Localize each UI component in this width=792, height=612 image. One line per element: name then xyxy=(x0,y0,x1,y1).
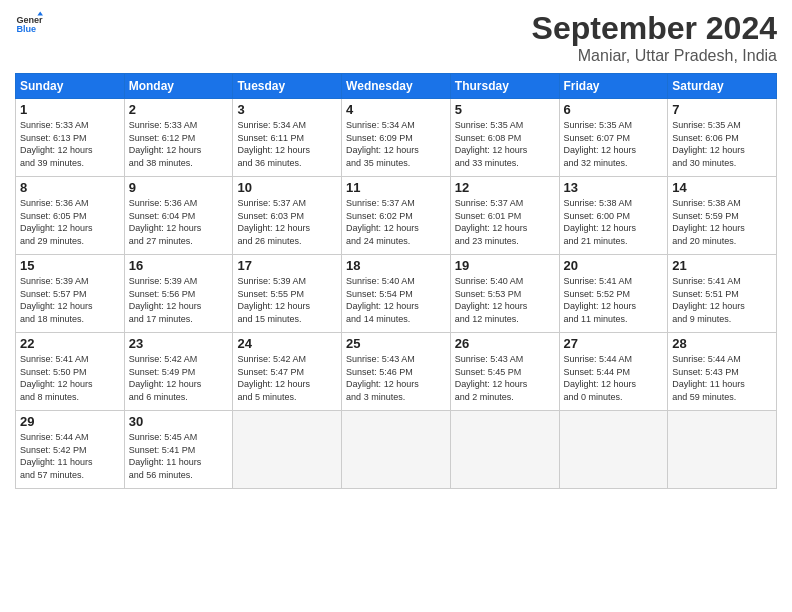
day-number: 27 xyxy=(564,336,664,351)
calendar-row: 15Sunrise: 5:39 AM Sunset: 5:57 PM Dayli… xyxy=(16,255,777,333)
table-row: 8Sunrise: 5:36 AM Sunset: 6:05 PM Daylig… xyxy=(16,177,125,255)
cell-info: Sunrise: 5:41 AM Sunset: 5:50 PM Dayligh… xyxy=(20,353,120,403)
table-row: 6Sunrise: 5:35 AM Sunset: 6:07 PM Daylig… xyxy=(559,99,668,177)
cell-info: Sunrise: 5:42 AM Sunset: 5:47 PM Dayligh… xyxy=(237,353,337,403)
cell-info: Sunrise: 5:44 AM Sunset: 5:43 PM Dayligh… xyxy=(672,353,772,403)
day-number: 24 xyxy=(237,336,337,351)
title-block: September 2024 Maniar, Uttar Pradesh, In… xyxy=(532,10,777,65)
header-sunday: Sunday xyxy=(16,74,125,99)
day-number: 25 xyxy=(346,336,446,351)
header-thursday: Thursday xyxy=(450,74,559,99)
table-row: 17Sunrise: 5:39 AM Sunset: 5:55 PM Dayli… xyxy=(233,255,342,333)
cell-info: Sunrise: 5:41 AM Sunset: 5:51 PM Dayligh… xyxy=(672,275,772,325)
day-number: 16 xyxy=(129,258,229,273)
table-row: 5Sunrise: 5:35 AM Sunset: 6:08 PM Daylig… xyxy=(450,99,559,177)
header-monday: Monday xyxy=(124,74,233,99)
header-wednesday: Wednesday xyxy=(342,74,451,99)
cell-info: Sunrise: 5:40 AM Sunset: 5:53 PM Dayligh… xyxy=(455,275,555,325)
header: General Blue September 2024 Maniar, Utta… xyxy=(15,10,777,65)
cell-info: Sunrise: 5:39 AM Sunset: 5:56 PM Dayligh… xyxy=(129,275,229,325)
cell-info: Sunrise: 5:40 AM Sunset: 5:54 PM Dayligh… xyxy=(346,275,446,325)
calendar-row: 29Sunrise: 5:44 AM Sunset: 5:42 PM Dayli… xyxy=(16,411,777,489)
cell-info: Sunrise: 5:41 AM Sunset: 5:52 PM Dayligh… xyxy=(564,275,664,325)
cell-info: Sunrise: 5:34 AM Sunset: 6:11 PM Dayligh… xyxy=(237,119,337,169)
table-row: 9Sunrise: 5:36 AM Sunset: 6:04 PM Daylig… xyxy=(124,177,233,255)
cell-info: Sunrise: 5:37 AM Sunset: 6:03 PM Dayligh… xyxy=(237,197,337,247)
cell-info: Sunrise: 5:39 AM Sunset: 5:55 PM Dayligh… xyxy=(237,275,337,325)
weekday-header-row: Sunday Monday Tuesday Wednesday Thursday… xyxy=(16,74,777,99)
logo-icon: General Blue xyxy=(15,10,43,38)
month-title: September 2024 xyxy=(532,10,777,47)
cell-info: Sunrise: 5:38 AM Sunset: 6:00 PM Dayligh… xyxy=(564,197,664,247)
calendar-row: 22Sunrise: 5:41 AM Sunset: 5:50 PM Dayli… xyxy=(16,333,777,411)
table-row xyxy=(233,411,342,489)
day-number: 3 xyxy=(237,102,337,117)
day-number: 23 xyxy=(129,336,229,351)
day-number: 15 xyxy=(20,258,120,273)
cell-info: Sunrise: 5:44 AM Sunset: 5:42 PM Dayligh… xyxy=(20,431,120,481)
cell-info: Sunrise: 5:42 AM Sunset: 5:49 PM Dayligh… xyxy=(129,353,229,403)
cell-info: Sunrise: 5:43 AM Sunset: 5:45 PM Dayligh… xyxy=(455,353,555,403)
day-number: 22 xyxy=(20,336,120,351)
cell-info: Sunrise: 5:37 AM Sunset: 6:02 PM Dayligh… xyxy=(346,197,446,247)
cell-info: Sunrise: 5:37 AM Sunset: 6:01 PM Dayligh… xyxy=(455,197,555,247)
header-saturday: Saturday xyxy=(668,74,777,99)
table-row xyxy=(450,411,559,489)
day-number: 19 xyxy=(455,258,555,273)
cell-info: Sunrise: 5:38 AM Sunset: 5:59 PM Dayligh… xyxy=(672,197,772,247)
table-row: 2Sunrise: 5:33 AM Sunset: 6:12 PM Daylig… xyxy=(124,99,233,177)
table-row: 28Sunrise: 5:44 AM Sunset: 5:43 PM Dayli… xyxy=(668,333,777,411)
cell-info: Sunrise: 5:35 AM Sunset: 6:08 PM Dayligh… xyxy=(455,119,555,169)
day-number: 5 xyxy=(455,102,555,117)
table-row: 22Sunrise: 5:41 AM Sunset: 5:50 PM Dayli… xyxy=(16,333,125,411)
cell-info: Sunrise: 5:33 AM Sunset: 6:12 PM Dayligh… xyxy=(129,119,229,169)
svg-text:General: General xyxy=(16,15,43,25)
day-number: 21 xyxy=(672,258,772,273)
day-number: 9 xyxy=(129,180,229,195)
calendar-row: 8Sunrise: 5:36 AM Sunset: 6:05 PM Daylig… xyxy=(16,177,777,255)
svg-marker-2 xyxy=(37,11,43,15)
table-row: 1Sunrise: 5:33 AM Sunset: 6:13 PM Daylig… xyxy=(16,99,125,177)
day-number: 28 xyxy=(672,336,772,351)
table-row xyxy=(668,411,777,489)
table-row: 24Sunrise: 5:42 AM Sunset: 5:47 PM Dayli… xyxy=(233,333,342,411)
table-row: 25Sunrise: 5:43 AM Sunset: 5:46 PM Dayli… xyxy=(342,333,451,411)
day-number: 4 xyxy=(346,102,446,117)
cell-info: Sunrise: 5:35 AM Sunset: 6:07 PM Dayligh… xyxy=(564,119,664,169)
table-row: 10Sunrise: 5:37 AM Sunset: 6:03 PM Dayli… xyxy=(233,177,342,255)
cell-info: Sunrise: 5:34 AM Sunset: 6:09 PM Dayligh… xyxy=(346,119,446,169)
day-number: 12 xyxy=(455,180,555,195)
table-row: 27Sunrise: 5:44 AM Sunset: 5:44 PM Dayli… xyxy=(559,333,668,411)
cell-info: Sunrise: 5:44 AM Sunset: 5:44 PM Dayligh… xyxy=(564,353,664,403)
cell-info: Sunrise: 5:43 AM Sunset: 5:46 PM Dayligh… xyxy=(346,353,446,403)
day-number: 17 xyxy=(237,258,337,273)
table-row: 29Sunrise: 5:44 AM Sunset: 5:42 PM Dayli… xyxy=(16,411,125,489)
cell-info: Sunrise: 5:39 AM Sunset: 5:57 PM Dayligh… xyxy=(20,275,120,325)
cell-info: Sunrise: 5:36 AM Sunset: 6:04 PM Dayligh… xyxy=(129,197,229,247)
table-row: 18Sunrise: 5:40 AM Sunset: 5:54 PM Dayli… xyxy=(342,255,451,333)
day-number: 2 xyxy=(129,102,229,117)
day-number: 13 xyxy=(564,180,664,195)
day-number: 30 xyxy=(129,414,229,429)
table-row: 3Sunrise: 5:34 AM Sunset: 6:11 PM Daylig… xyxy=(233,99,342,177)
table-row: 30Sunrise: 5:45 AM Sunset: 5:41 PM Dayli… xyxy=(124,411,233,489)
table-row: 20Sunrise: 5:41 AM Sunset: 5:52 PM Dayli… xyxy=(559,255,668,333)
calendar-table: Sunday Monday Tuesday Wednesday Thursday… xyxy=(15,73,777,489)
day-number: 18 xyxy=(346,258,446,273)
table-row: 23Sunrise: 5:42 AM Sunset: 5:49 PM Dayli… xyxy=(124,333,233,411)
table-row: 11Sunrise: 5:37 AM Sunset: 6:02 PM Dayli… xyxy=(342,177,451,255)
cell-info: Sunrise: 5:36 AM Sunset: 6:05 PM Dayligh… xyxy=(20,197,120,247)
table-row: 19Sunrise: 5:40 AM Sunset: 5:53 PM Dayli… xyxy=(450,255,559,333)
header-tuesday: Tuesday xyxy=(233,74,342,99)
day-number: 7 xyxy=(672,102,772,117)
day-number: 6 xyxy=(564,102,664,117)
calendar-row: 1Sunrise: 5:33 AM Sunset: 6:13 PM Daylig… xyxy=(16,99,777,177)
table-row: 21Sunrise: 5:41 AM Sunset: 5:51 PM Dayli… xyxy=(668,255,777,333)
day-number: 11 xyxy=(346,180,446,195)
table-row xyxy=(342,411,451,489)
table-row: 15Sunrise: 5:39 AM Sunset: 5:57 PM Dayli… xyxy=(16,255,125,333)
cell-info: Sunrise: 5:33 AM Sunset: 6:13 PM Dayligh… xyxy=(20,119,120,169)
table-row: 16Sunrise: 5:39 AM Sunset: 5:56 PM Dayli… xyxy=(124,255,233,333)
page: General Blue September 2024 Maniar, Utta… xyxy=(0,0,792,612)
table-row: 12Sunrise: 5:37 AM Sunset: 6:01 PM Dayli… xyxy=(450,177,559,255)
